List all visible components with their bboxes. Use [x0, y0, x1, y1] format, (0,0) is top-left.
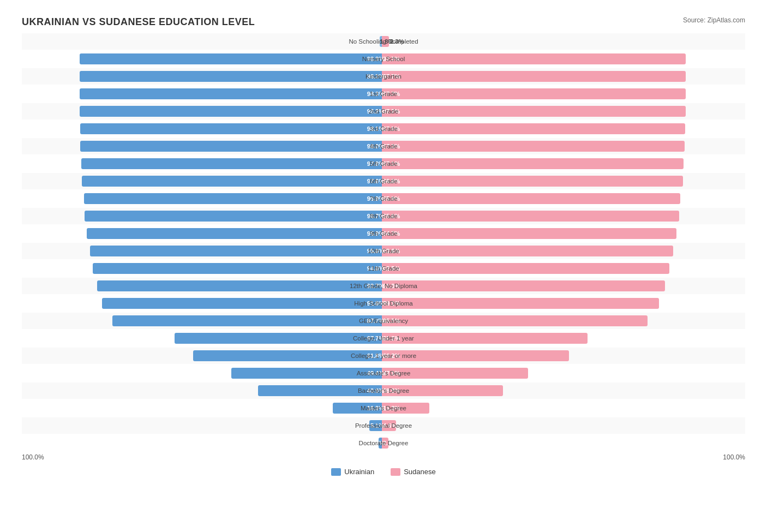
bar-right: [382, 193, 680, 204]
bar-left: [80, 123, 385, 134]
legend: Ukrainian Sudanese: [22, 468, 745, 476]
bar-left: [97, 280, 385, 291]
bar-left: [80, 106, 385, 117]
bar-row: Nursery School98.3%97.7%: [22, 51, 745, 67]
bar-label: 4th Grade: [369, 143, 397, 150]
bar-label: 11th Grade: [368, 265, 399, 272]
legend-item-sudanese: Sudanese: [391, 468, 436, 476]
bar-left: [85, 211, 385, 222]
bar-row: 8th Grade96.7%95.6%: [22, 208, 745, 224]
bar-row: 11th Grade94.0%92.5%: [22, 260, 745, 277]
bar-label: Professional Degree: [355, 422, 412, 429]
bar-left: [102, 298, 385, 309]
bar-row: College, 1 year or more61.8%60.2%: [22, 348, 745, 364]
bar-left: [81, 158, 385, 169]
bar-label: High School Diploma: [354, 300, 412, 307]
bar-left: [90, 246, 386, 256]
bar-label: Bachelor's Degree: [358, 387, 409, 394]
bar-right: [382, 176, 683, 187]
bar-left: [112, 315, 385, 326]
bar-label: College, 1 year or more: [351, 352, 416, 359]
bar-label: Doctorate Degree: [359, 440, 409, 446]
legend-label-ukrainian: Ukrainian: [344, 468, 374, 476]
bar-left: [80, 53, 385, 64]
bar-row: 4th Grade98.0%97.3%: [22, 138, 745, 154]
legend-item-ukrainian: Ukrainian: [331, 468, 374, 476]
bar-label: Nursery School: [362, 56, 405, 62]
bar-row: Master's Degree16.9%15.3%: [22, 400, 745, 416]
bar-label: 6th Grade: [369, 178, 397, 184]
bar-left: [80, 88, 385, 99]
bar-label: 1st Grade: [370, 91, 398, 97]
bar-left: [80, 141, 385, 152]
bar-row: Professional Degree5.1%4.6%: [22, 417, 745, 434]
bar-row: 2nd Grade98.2%97.7%: [22, 103, 745, 119]
bar-label: 12th Grade, No Diploma: [350, 283, 417, 289]
bar-right: [382, 211, 679, 222]
bar-label: Master's Degree: [361, 405, 406, 411]
bar-row: Bachelor's Degree40.9%38.9%: [22, 382, 745, 399]
chart-body: No Schooling Completed1.8%2.3%Nursery Sc…: [22, 33, 745, 451]
bar-label: 7th Grade: [369, 195, 397, 202]
bar-right: [382, 315, 648, 326]
bar-label: Kindergarten: [365, 73, 402, 80]
axis-label-right: 100.0%: [723, 453, 745, 461]
bar-row: 3rd Grade98.1%97.5%: [22, 121, 745, 137]
chart-source: Source: ZipAtlas.com: [683, 16, 745, 24]
bar-right: [382, 158, 684, 169]
bar-row: Kindergarten98.3%97.7%: [22, 68, 745, 85]
bar-row: Associate's Degree49.4%47.1%: [22, 365, 745, 381]
bar-row: 5th Grade97.8%97.1%: [22, 156, 745, 172]
bar-row: No Schooling Completed1.8%2.3%: [22, 33, 745, 50]
bar-label: 3rd Grade: [369, 125, 398, 132]
bar-label: 9th Grade: [369, 230, 397, 237]
bar-row: GED/Equivalency87.7%85.5%: [22, 313, 745, 329]
bar-label: College, Under 1 year: [353, 335, 414, 342]
bar-right: [382, 280, 665, 291]
legend-box-sudanese: [391, 468, 400, 476]
bar-label: 8th Grade: [369, 213, 397, 219]
bar-right: [382, 53, 686, 64]
bar-right: [382, 88, 686, 99]
bar-row: 9th Grade95.9%94.7%: [22, 225, 745, 242]
axis-labels: 100.0% 100.0%: [22, 453, 745, 461]
bar-label: 5th Grade: [369, 160, 397, 167]
bar-label: No Schooling Completed: [349, 38, 418, 45]
bar-row: College, Under 1 year67.7%66.2%: [22, 330, 745, 346]
bar-row: High School Diploma91.0%89.1%: [22, 295, 745, 312]
bar-row: 7th Grade96.9%95.9%: [22, 190, 745, 207]
bar-row: 6th Grade97.6%96.8%: [22, 173, 745, 189]
bar-label: 10th Grade: [368, 248, 399, 254]
bar-right: [382, 141, 685, 152]
bar-left: [93, 263, 385, 274]
bar-label: Associate's Degree: [357, 370, 411, 376]
bar-right: [382, 123, 685, 134]
bar-row: 12th Grade, No Diploma92.7%91.0%: [22, 278, 745, 294]
bar-label: GED/Equivalency: [359, 318, 408, 324]
chart-title: UKRAINIAN VS SUDANESE EDUCATION LEVEL: [22, 16, 745, 28]
bar-right: [382, 246, 673, 256]
bar-right: [382, 106, 686, 117]
bar-row: 1st Grade98.3%97.7%: [22, 86, 745, 102]
bar-right: [382, 71, 686, 82]
bar-right: [382, 263, 669, 274]
bar-left: [82, 176, 385, 187]
legend-box-ukrainian: [331, 468, 341, 476]
bar-left: [84, 193, 385, 204]
bar-row: 10th Grade95.0%93.6%: [22, 243, 745, 259]
bar-right: [382, 228, 676, 239]
chart-container: UKRAINIAN VS SUDANESE EDUCATION LEVEL So…: [11, 11, 756, 487]
axis-label-left: 100.0%: [22, 453, 44, 461]
bar-label: 2nd Grade: [369, 108, 398, 115]
bar-right: [382, 298, 659, 309]
bar-left: [80, 71, 385, 82]
bar-row: Doctorate Degree2.1%2.1%: [22, 435, 745, 451]
legend-label-sudanese: Sudanese: [404, 468, 436, 476]
bar-left: [87, 228, 385, 239]
